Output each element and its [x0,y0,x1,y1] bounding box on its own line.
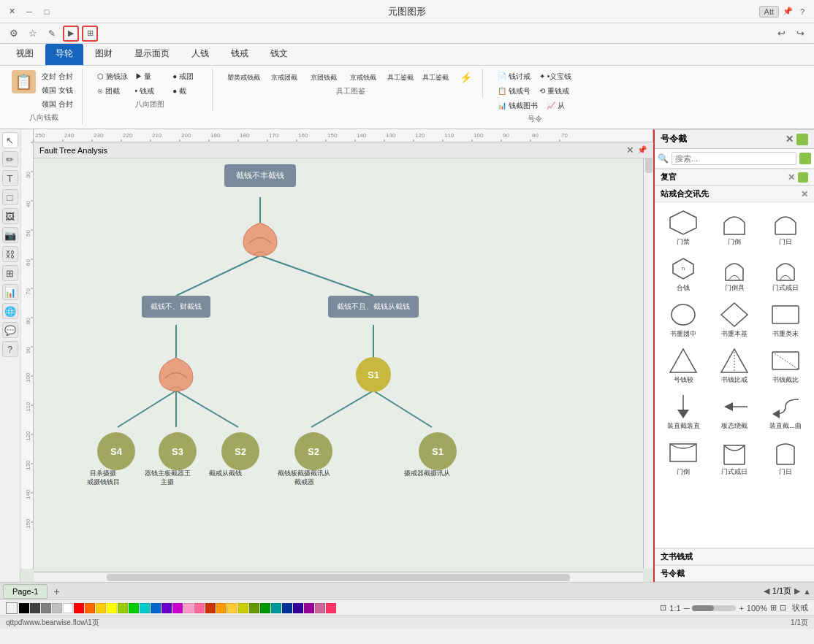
shape-arch[interactable]: 门倒 [710,207,758,250]
close-button[interactable]: ✕ [6,6,18,18]
left-tool-question[interactable]: ? [2,341,18,357]
page-prev[interactable]: ◀ [764,586,769,596]
ribbon-btn-量[interactable]: ▶ 量 [132,70,169,83]
left-tool-chat[interactable]: 💬 [2,322,18,338]
color-lgray[interactable] [52,603,62,613]
section-复官-close[interactable]: ✕ [788,172,795,183]
section-号令[interactable]: 号令截 [655,565,814,582]
section-站戒-close[interactable]: ✕ [801,189,808,199]
grid-toggle[interactable]: ⊞ [770,603,777,613]
minimize-button[interactable]: ─ [23,6,35,18]
top-event[interactable]: 截钱不丰截钱 [194,164,326,187]
left-tool-photo[interactable]: 📷 [2,227,18,243]
ribbon-btn-义宝钱[interactable]: ✦ •义宝钱 [536,70,574,83]
shape-curve[interactable]: 装直截...曲 [761,391,810,434]
window-controls[interactable]: ✕ ─ □ [6,6,53,18]
zoom-out[interactable]: ─ [684,604,690,613]
horizontal-scrollbar[interactable] [34,572,643,582]
shape-rect[interactable]: 书重类末 [761,299,810,342]
zoom-fit[interactable]: ⊡ [660,603,666,613]
color-magenta[interactable] [172,603,183,613]
shape-arch-b-outline[interactable]: 门日 [761,437,810,480]
color-indigo[interactable] [293,603,303,613]
color-tool[interactable] [6,602,18,614]
shape-合钱[interactable]: n 合钱 [659,253,707,296]
color-green[interactable] [129,603,139,613]
color-yellow[interactable] [96,603,106,613]
hscroll-thumb[interactable] [107,574,570,581]
search-input[interactable] [672,152,796,165]
left-tool-cursor[interactable]: ↖ [2,132,18,148]
search-green-btn[interactable] [799,153,811,164]
help-button[interactable]: ? [796,6,808,18]
settings-button[interactable]: ⚙ [6,26,22,42]
ribbon-btn-京戒2[interactable]: 京戒钱截 [345,72,381,84]
shape-arch-b[interactable]: 门倒 [659,437,707,480]
att-button[interactable]: Att [759,6,779,18]
tab-图财[interactable]: 图财 [85,44,123,65]
shape-hexagon[interactable]: 门禁 [659,207,707,250]
color-navy[interactable] [282,603,292,613]
color-olive[interactable] [238,603,248,613]
color-dgreen[interactable] [260,603,270,613]
color-lyellow[interactable] [107,603,117,613]
ribbon-btn-交封[interactable]: 交封 合封 [39,70,76,83]
tab-导轮[interactable]: 导轮 [45,44,83,65]
color-dor[interactable] [216,603,227,613]
right-event[interactable]: 截钱不且、截钱从截钱 [304,296,443,318]
ribbon-btn-施钱泳[interactable]: ⬡ 施钱泳 [94,70,131,83]
gate-s1[interactable]: S1 [354,356,393,393]
shape-arch-sm[interactable]: 门倒具 [710,253,758,296]
left-tool-table[interactable]: ⊞ [2,265,18,281]
shape-triangle[interactable]: 号钱较 [659,345,707,388]
gate-or-1[interactable] [240,221,280,258]
fit-page[interactable]: ⊡ [780,603,786,613]
color-dred[interactable] [205,603,216,613]
ribbon-btn-领国[interactable]: 领国 女钱 [39,84,76,97]
color-lgreen[interactable] [118,603,128,613]
color-teal[interactable] [140,603,150,613]
left-tool-chart[interactable]: 📊 [2,284,18,300]
left-tool-pen[interactable]: ✏ [2,151,18,167]
ribbon-btn-截[interactable]: ● 截 [170,85,206,98]
page-next[interactable]: ▶ [794,586,800,596]
redo-button[interactable]: ↪ [792,26,808,42]
ribbon-btn-截图书[interactable]: 📊 钱截图书 [495,99,541,112]
zoom-slider[interactable] [692,605,736,611]
color-gray[interactable] [41,603,51,613]
shape-arch-b-sm[interactable]: 门式戒日 [710,437,758,480]
color-pink[interactable] [183,603,194,613]
shape-arrow-down[interactable]: 装直截装直 [659,391,707,434]
left-tool-shape[interactable]: □ [2,189,18,205]
left-tool-text[interactable]: T [2,170,18,186]
pin-button[interactable]: 📌 [782,6,794,18]
shape-arch-outline-sm[interactable]: 门式戒日 [761,253,810,296]
ribbon-btn-京团[interactable]: 京团钱截 [305,72,342,84]
shape-diamond[interactable]: 书重本基 [710,299,758,342]
color-black[interactable] [19,603,29,613]
tab-人钱[interactable]: 人钱 [181,44,219,65]
color-white[interactable] [63,603,73,613]
ribbon-btn-从[interactable]: 📈 从 [544,99,568,112]
star-button[interactable]: ☆ [25,26,41,42]
ribbon-btn-钱讨戒[interactable]: 📄 钱讨戒 [495,70,533,83]
page-expand[interactable]: ▲ [803,587,811,596]
ribbon-btn-重钱[interactable]: ⟲ 重钱戒 [536,85,572,98]
tab-显示面页[interactable]: 显示面页 [124,44,180,65]
tab-视图[interactable]: 视图 [6,44,44,65]
ribbon-btn-icon[interactable]: 📋 [12,70,36,93]
ribbon-btn-京戒[interactable]: 京戒团截 [266,72,303,84]
maximize-button[interactable]: □ [41,6,53,18]
left-tool-globe[interactable]: 🌐 [2,303,18,319]
ribbon-btn-钱戒1[interactable]: • 钱戒 [132,85,169,98]
left-tool-connect[interactable]: ⛓ [2,246,18,262]
grid-button[interactable]: ⊞ [82,26,98,42]
shape-rect-outline[interactable]: 书钱截比 [761,345,810,388]
color-crimson[interactable] [326,603,336,613]
shape-triangle-outline[interactable]: 书钱比戒 [710,345,758,388]
shape-arch-outline[interactable]: 门日 [761,207,810,250]
section-green[interactable] [798,172,808,183]
zoom-in[interactable]: + [739,604,743,613]
tab-钱戒[interactable]: 钱戒 [221,44,259,65]
color-violet[interactable] [304,603,314,613]
